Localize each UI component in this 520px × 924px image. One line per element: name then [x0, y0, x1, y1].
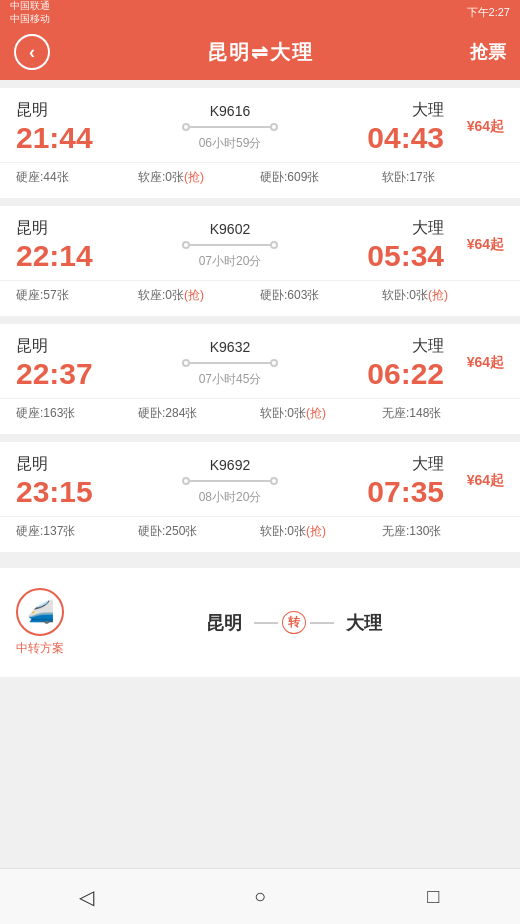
carrier1: 中国联通: [10, 0, 50, 12]
transfer-from-city: 昆明: [206, 611, 242, 635]
seat-item: 硬座:137张: [16, 523, 138, 540]
seat-row: 硬座:57张软座:0张(抢)硬卧:603张软卧:0张(抢): [0, 280, 520, 316]
line-bar: [190, 126, 270, 128]
from-time: 22:14: [16, 239, 93, 272]
time-display: 下午2:27: [467, 6, 510, 18]
train-number: K9616: [210, 103, 250, 119]
seat-row: 硬座:137张硬卧:250张软卧:0张(抢)无座:130张: [0, 516, 520, 552]
menu-nav-icon: □: [427, 885, 439, 908]
train-middle: K9692 08小时20分: [96, 457, 364, 506]
to-time: 04:43: [367, 121, 444, 154]
seat-item: 硬卧:250张: [138, 523, 260, 540]
seat-row: 硬座:163张硬卧:284张软卧:0张(抢)无座:148张: [0, 398, 520, 434]
train-duration: 08小时20分: [199, 489, 262, 506]
train-duration: 07小时45分: [199, 371, 262, 388]
line-dot-right: [270, 123, 278, 131]
to-city: 大理: [412, 100, 444, 121]
from-time: 22:37: [16, 357, 93, 390]
train-middle: K9602 07小时20分: [96, 221, 364, 270]
seat-item: 软卧:17张: [382, 169, 504, 186]
train-duration: 06小时59分: [199, 135, 262, 152]
to-time: 07:35: [367, 475, 444, 508]
from-city: 昆明: [16, 218, 48, 239]
train-from: 昆明 22:37: [16, 336, 96, 390]
train-card-t3[interactable]: 昆明 22:37 K9632 07小时45分 大理 06:22 ¥64起: [0, 324, 520, 434]
train-main-row: 昆明 21:44 K9616 06小时59分 大理 04:43 ¥64起: [0, 88, 520, 162]
home-nav-icon: ○: [254, 885, 266, 908]
from-time: 21:44: [16, 121, 93, 154]
train-main-row: 昆明 22:37 K9632 07小时45分 大理 06:22 ¥64起: [0, 324, 520, 398]
transfer-label: 中转方案: [16, 640, 64, 657]
seat-item: 硬卧:609张: [260, 169, 382, 186]
train-number: K9632: [210, 339, 250, 355]
train-to: 大理 05:34: [364, 218, 444, 272]
line-dot-left: [182, 359, 190, 367]
line-bar: [190, 244, 270, 246]
price-label: ¥64起: [444, 236, 504, 254]
back-nav-icon: ◁: [79, 885, 94, 909]
seat-item: 软座:0张(抢): [138, 287, 260, 304]
line-dot-right: [270, 359, 278, 367]
seat-item: 硬座:44张: [16, 169, 138, 186]
transfer-dash-left: [254, 622, 278, 624]
train-line: [106, 123, 354, 131]
carrier2: 中国移动: [10, 12, 50, 25]
seat-item: 软卧:0张(抢): [260, 523, 382, 540]
back-button[interactable]: ‹: [14, 34, 50, 70]
header: ‹ 昆明⇌大理 抢票: [0, 24, 520, 80]
line-bar: [190, 480, 270, 482]
line-bar: [190, 362, 270, 364]
price-label: ¥64起: [444, 472, 504, 490]
train-line: [106, 241, 354, 249]
page-title: 昆明⇌大理: [207, 39, 314, 66]
line-dot-right: [270, 241, 278, 249]
transfer-section[interactable]: 🚄 中转方案 昆明 转 大理: [0, 568, 520, 677]
to-city: 大理: [412, 454, 444, 475]
seat-item: 软卧:0张(抢): [260, 405, 382, 422]
to-time: 05:34: [367, 239, 444, 272]
train-line: [106, 477, 354, 485]
train-line: [106, 359, 354, 367]
price-label: ¥64起: [444, 354, 504, 372]
train-from: 昆明 22:14: [16, 218, 96, 272]
seat-item: 硬座:163张: [16, 405, 138, 422]
transfer-icon-area: 🚄 中转方案: [16, 588, 64, 657]
carrier-info: 中国联通 中国移动: [10, 0, 50, 25]
home-nav-button[interactable]: ○: [242, 879, 278, 915]
menu-nav-button[interactable]: □: [415, 879, 451, 915]
train-to: 大理 06:22: [364, 336, 444, 390]
status-right: 下午2:27: [467, 5, 510, 20]
line-dot-left: [182, 477, 190, 485]
train-from: 昆明 21:44: [16, 100, 96, 154]
train-middle: K9616 06小时59分: [96, 103, 364, 152]
from-city: 昆明: [16, 454, 48, 475]
transfer-train-icon: 🚄: [16, 588, 64, 636]
bottom-navigation: ◁ ○ □: [0, 868, 520, 924]
status-bar: 中国联通 中国移动 下午2:27: [0, 0, 520, 24]
seat-row: 硬座:44张软座:0张(抢)硬卧:609张软卧:17张: [0, 162, 520, 198]
train-card-t2[interactable]: 昆明 22:14 K9602 07小时20分 大理 05:34 ¥64起: [0, 206, 520, 316]
to-city: 大理: [412, 336, 444, 357]
train-number: K9692: [210, 457, 250, 473]
train-to: 大理 04:43: [364, 100, 444, 154]
seat-item: 硬卧:284张: [138, 405, 260, 422]
seat-item: 无座:148张: [382, 405, 504, 422]
train-middle: K9632 07小时45分: [96, 339, 364, 388]
transfer-circle: 转: [282, 611, 306, 634]
seat-item: 软座:0张(抢): [138, 169, 260, 186]
transfer-route: 昆明 转 大理: [84, 611, 504, 635]
to-city: 大理: [412, 218, 444, 239]
line-dot-right: [270, 477, 278, 485]
seat-item: 硬座:57张: [16, 287, 138, 304]
from-city: 昆明: [16, 336, 48, 357]
train-main-row: 昆明 22:14 K9602 07小时20分 大理 05:34 ¥64起: [0, 206, 520, 280]
train-main-row: 昆明 23:15 K9692 08小时20分 大理 07:35 ¥64起: [0, 442, 520, 516]
seat-item: 软卧:0张(抢): [382, 287, 504, 304]
grab-ticket-button[interactable]: 抢票: [470, 40, 506, 64]
back-nav-button[interactable]: ◁: [69, 879, 105, 915]
train-to: 大理 07:35: [364, 454, 444, 508]
transfer-arrow: 转: [254, 611, 334, 634]
line-dot-left: [182, 123, 190, 131]
train-card-t1[interactable]: 昆明 21:44 K9616 06小时59分 大理 04:43 ¥64起: [0, 88, 520, 198]
train-card-t4[interactable]: 昆明 23:15 K9692 08小时20分 大理 07:35 ¥64起: [0, 442, 520, 552]
